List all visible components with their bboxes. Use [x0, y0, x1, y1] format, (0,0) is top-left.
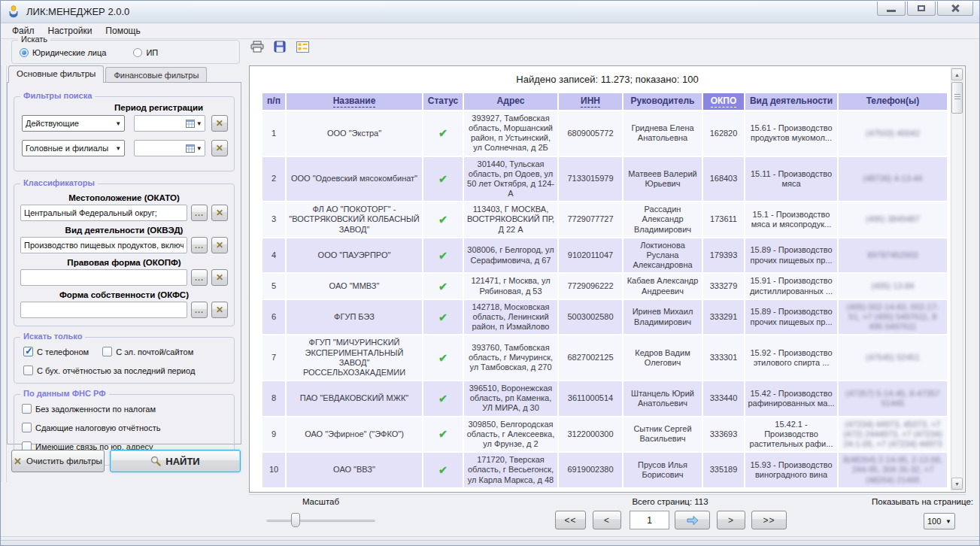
- page-number-input[interactable]: [630, 511, 669, 529]
- toolbar: [249, 38, 311, 55]
- classifier-input-0[interactable]: [20, 205, 187, 221]
- go-page-button[interactable]: [675, 511, 710, 529]
- find-button[interactable]: НАЙТИ: [110, 450, 241, 472]
- next-page-button[interactable]: >: [717, 511, 745, 529]
- clear-field-button[interactable]: ✕: [211, 302, 228, 318]
- checkbox-item-1[interactable]: С эл. почтой/сайтом: [102, 347, 193, 356]
- radio-icon: [20, 48, 29, 57]
- scrollbar-thumb[interactable]: [951, 82, 963, 114]
- search-icon: [150, 456, 161, 466]
- table-row[interactable]: 7ФГУП "МИЧУРИНСКИЙ ЭКСПЕРИМЕНТАЛЬНЫЙ ЗАВ…: [262, 335, 947, 380]
- classifier-input-3[interactable]: [20, 302, 187, 318]
- classifier-label-3: Форма собственности (ОКФС): [20, 290, 228, 299]
- table-row[interactable]: 2ООО "Одоевский мясокомбинат"✔301440, Ту…: [262, 157, 947, 202]
- table-row[interactable]: 4ООО "ПАУЭРПРО"✔308006, г Белгород, ул С…: [262, 238, 947, 273]
- print-icon: [250, 41, 264, 53]
- clear-field-button[interactable]: ✕: [211, 205, 228, 221]
- sortable-header-label: ИНН: [581, 96, 600, 108]
- per-page-select[interactable]: 100 ▼: [924, 513, 955, 529]
- cell-company-name: ООО "ПАУЭРПРО": [287, 238, 422, 273]
- cell-row-number: 4: [262, 238, 285, 273]
- classifier-row-1: ...✕: [20, 237, 228, 253]
- scope-radio-0[interactable]: Юридические лица: [20, 48, 106, 57]
- tab-main-filters[interactable]: Основные фильтры: [8, 65, 104, 83]
- clear-icon: ✕: [14, 456, 22, 467]
- clear-field-button[interactable]: ✕: [211, 237, 228, 253]
- date-picker-0[interactable]: ▼: [134, 115, 205, 132]
- status-ok-icon: ✔: [438, 463, 448, 476]
- tab-financial-filters[interactable]: Финансовые фильтры: [105, 67, 207, 82]
- first-page-button[interactable]: <<: [555, 511, 586, 529]
- search-only-title: Искать только: [20, 332, 85, 341]
- classifier-label-1: Вид деятельности (ОКВЭД): [20, 226, 228, 235]
- table-row[interactable]: 5ОАО "ММВЗ"✔121471, г Москва, ул Рябинов…: [262, 274, 947, 298]
- browse-button[interactable]: ...: [191, 237, 208, 253]
- scale-slider-thumb[interactable]: [291, 513, 300, 527]
- column-header-Вид деятельности[interactable]: Вид деятельности: [745, 93, 837, 110]
- browse-button[interactable]: ...: [191, 269, 208, 286]
- filter-combo-0[interactable]: Действующие▼: [22, 115, 125, 132]
- prev-page-button[interactable]: <: [593, 511, 621, 529]
- close-button[interactable]: [937, 2, 973, 16]
- cell-okpo: 333291: [703, 300, 744, 335]
- last-page-button[interactable]: >>: [751, 511, 787, 529]
- date-picker-1[interactable]: ▼: [134, 140, 205, 156]
- minimize-button[interactable]: [877, 2, 906, 16]
- scale-slider-track[interactable]: [266, 520, 375, 522]
- table-row[interactable]: 1ООО "Экстра"✔393927, Тамбовская область…: [262, 111, 947, 156]
- filter-tab-page: Фильтры поиска Период регистрации Действ…: [7, 82, 241, 444]
- report-button[interactable]: [294, 38, 311, 55]
- column-header-п/п[interactable]: п/п: [262, 93, 285, 110]
- cell-row-number: 10: [262, 453, 285, 487]
- table-row[interactable]: 9ОАО "Эфирное" ("ЭФКО")✔309850, Белгород…: [262, 417, 947, 452]
- column-header-Статус[interactable]: Статус: [423, 93, 463, 110]
- scope-radio-1[interactable]: ИП: [133, 48, 158, 57]
- cell-okpo: 333440: [703, 381, 744, 416]
- app-window: { "window": { "title": "ЛИК:МЕНЕДЖЕР 2.0…: [0, 0, 980, 546]
- checkbox-item-2[interactable]: С бух. отчётностью за последний период: [23, 366, 225, 375]
- column-header-Название[interactable]: Название: [287, 93, 422, 110]
- clear-date-button[interactable]: ✕: [211, 115, 228, 132]
- column-header-ИНН[interactable]: ИНН: [559, 93, 622, 110]
- browse-button[interactable]: ...: [191, 205, 208, 221]
- checkbox-item-0[interactable]: С телефоном: [23, 347, 89, 356]
- table-row[interactable]: 8ПАО "ЕВДАКОВСКИЙ МЖК"✔396510, Воронежск…: [262, 381, 947, 416]
- scroll-up-icon[interactable]: ▲: [951, 68, 963, 80]
- cell-status: ✔: [423, 453, 463, 487]
- scale-label: Масштаб: [266, 497, 375, 506]
- cell-okpo: 179393: [703, 238, 744, 273]
- maximize-button[interactable]: [907, 2, 936, 16]
- clear-date-button[interactable]: ✕: [211, 140, 228, 156]
- results-panel: Найдено записей: 11.273; показано: 100 п…: [249, 65, 966, 493]
- browse-button[interactable]: ...: [191, 302, 208, 318]
- cell-activity: 15.89 - Производство прочих пищевых пр..…: [745, 300, 837, 335]
- radio-label: ИП: [146, 48, 158, 57]
- panel-splitter[interactable]: [1, 65, 7, 482]
- classifier-input-1[interactable]: [20, 237, 187, 253]
- cell-address: 308006, г Белгород, ул Серафимовича, д 6…: [464, 238, 557, 273]
- column-header-Адрес[interactable]: Адрес: [464, 93, 557, 110]
- results-scrollbar[interactable]: ▲ ▼: [951, 68, 963, 490]
- column-header-Руководитель[interactable]: Руководитель: [623, 93, 702, 110]
- column-header-ОКПО[interactable]: ОКПО: [703, 93, 744, 110]
- phone-blurred-text: (47545) 52451: [866, 353, 920, 362]
- cell-company-name: ФГУП "МИЧУРИНСКИЙ ЭКСПЕРИМЕНТАЛЬНЫЙ ЗАВО…: [287, 335, 422, 380]
- classifier-input-2[interactable]: [20, 269, 187, 286]
- clear-filters-button[interactable]: ✕ Очистить фильтры: [11, 450, 105, 472]
- menu-item-2[interactable]: Помощь: [99, 24, 147, 38]
- table-row[interactable]: 6ФГУП БЭЗ✔142718, Московская область, Ле…: [262, 300, 947, 335]
- filter-combo-1[interactable]: Головные и филиалы▼: [22, 140, 125, 156]
- cell-activity: 15.91 - Производство дистиллированных ..…: [745, 274, 837, 298]
- table-row[interactable]: 3ФЛ АО "ПОКОТОРГ" - "ВОСТРЯКОВСКИЙ КОЛБА…: [262, 202, 947, 237]
- checkbox-item-1[interactable]: Сдающие налоговую отчётность: [22, 423, 226, 432]
- checkbox-item-0[interactable]: Без задолженности по налогам: [22, 404, 226, 414]
- window-bottom-border: [1, 536, 979, 546]
- scroll-down-icon[interactable]: ▼: [951, 478, 963, 490]
- table-row[interactable]: 10ОАО "ВВЗ"✔171720, Тверская область, г …: [262, 453, 947, 487]
- clear-field-button[interactable]: ✕: [211, 269, 228, 286]
- titlebar[interactable]: ЛИК:МЕНЕДЖЕР 2.0.0: [1, 1, 979, 23]
- filter-panel: Основные фильтры Финансовые фильтры Филь…: [7, 65, 241, 484]
- column-header-Телефон(ы)[interactable]: Телефон(ы): [839, 93, 947, 110]
- print-button[interactable]: [249, 38, 265, 55]
- save-button[interactable]: [272, 38, 288, 55]
